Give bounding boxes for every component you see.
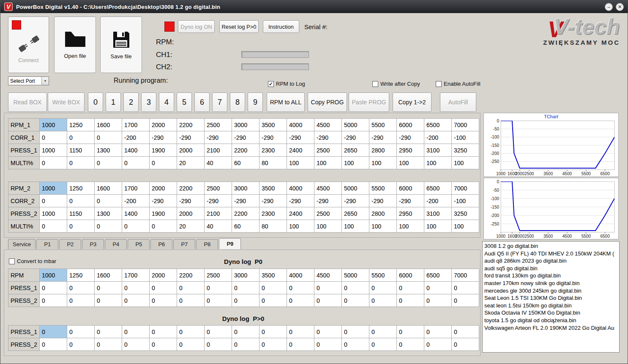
table-cell[interactable]: 1150 [67,207,95,220]
file-list-item[interactable]: Audi Q5 II (FY FL) 40 TDI MHEV 2.0 150kW… [484,250,617,258]
tab-p2[interactable]: P2 [59,239,81,249]
table-cell[interactable]: 7000 [452,182,479,195]
table-cell[interactable]: -290 [205,131,232,144]
table-cell[interactable]: 100 [397,220,424,233]
table-cell[interactable]: 5000 [342,269,369,282]
table-cell[interactable]: 0 [342,326,369,338]
table-cell[interactable]: 0 [259,338,287,351]
table-cell[interactable]: 5000 [342,119,369,131]
table-cell[interactable]: 20 [177,220,205,233]
table-cell[interactable]: 0 [232,282,259,294]
table-cell[interactable]: 2000 [177,144,205,157]
table-cell[interactable]: 2000 [150,119,177,131]
file-list-item[interactable]: Volkswagen Arteon FL 2.0 190KM 2022 Go D… [484,324,617,332]
reset-log-button[interactable]: Reset log P>0 [219,20,259,33]
file-list-item[interactable]: 3008 1.2 go digital.bin [484,242,617,250]
table-cell[interactable]: -290 [150,195,177,207]
table-cell[interactable]: 3500 [259,182,287,195]
table-cell[interactable]: 0 [287,294,314,307]
table-cell[interactable]: 1700 [122,182,150,195]
table-cell[interactable]: 1400 [122,207,150,220]
table-cell[interactable]: 2200 [177,269,205,282]
table-cell[interactable]: 2500 [205,119,232,131]
enable-autofill-checkbox[interactable] [436,81,442,87]
table-cell[interactable]: 0 [232,294,259,307]
table-cell[interactable]: 0 [95,338,122,351]
table-cell[interactable]: 0 [150,157,177,169]
table-cell[interactable]: 80 [259,220,287,233]
table-cell[interactable]: 2800 [369,207,397,220]
table-cell[interactable]: 0 [122,326,150,338]
tab-p9[interactable]: P9 [219,238,241,249]
table-cell[interactable]: 0 [452,294,479,307]
table-cell[interactable]: 1600 [95,269,122,282]
program-button-7[interactable]: 7 [212,92,227,112]
table-cell[interactable]: -290 [259,195,287,207]
port-select[interactable]: Select Port ▼ [8,76,49,85]
table-cell[interactable]: 5500 [369,269,397,282]
table-cell[interactable]: 0 [67,338,95,351]
table-cell[interactable]: 0 [122,282,150,294]
table-cell[interactable]: 0 [40,294,67,307]
table-cell[interactable]: 1400 [122,144,150,157]
table-cell[interactable]: 0 [259,326,287,338]
table-cell[interactable]: 2200 [177,182,205,195]
minimize-button[interactable]: – [605,3,613,11]
read-box-button[interactable]: Read BOX [8,92,47,112]
table-cell[interactable]: 2950 [397,144,424,157]
table-cell[interactable]: 100 [342,157,369,169]
chevron-down-icon[interactable]: ▼ [41,77,49,85]
table-cell[interactable]: 100 [397,157,424,169]
table-cell[interactable]: 0 [40,220,67,233]
tab-p1[interactable]: P1 [36,239,58,249]
rpm-to-all-button[interactable]: RPM to ALL [267,92,305,112]
table-cell[interactable]: 3500 [259,269,287,282]
table-cell[interactable]: 0 [40,157,67,169]
table-cell[interactable]: 100 [314,220,342,233]
connect-button[interactable]: Connect [8,16,49,73]
table-cell[interactable]: -200 [424,195,452,207]
close-button[interactable]: ✕ [616,3,624,11]
table-cell[interactable]: 6000 [397,119,424,131]
table-cell[interactable]: -200 [122,195,150,207]
table-cell[interactable]: 5500 [369,119,397,131]
table-cell[interactable]: 100 [424,220,452,233]
program-button-5[interactable]: 5 [177,92,192,112]
table-cell[interactable]: 2500 [314,207,342,220]
table-cell[interactable]: 0 [369,294,397,307]
table-cell[interactable]: 0 [232,338,259,351]
table-cell[interactable]: 0 [314,326,342,338]
table-cell[interactable]: 6000 [397,182,424,195]
table-cell[interactable]: 3000 [232,269,259,282]
table-cell[interactable]: 0 [95,131,122,144]
table-cell[interactable]: 0 [397,294,424,307]
table-cell[interactable]: -100 [452,195,479,207]
table-cell[interactable]: 0 [122,294,150,307]
table-cell[interactable]: 1000 [40,119,67,131]
table-cell[interactable]: 7000 [452,119,479,131]
table-cell[interactable]: 0 [40,195,67,207]
table-cell[interactable]: -290 [314,131,342,144]
table-cell[interactable]: 0 [452,282,479,294]
tab-p4[interactable]: P4 [105,239,127,249]
table-cell[interactable]: -290 [342,195,369,207]
table-cell[interactable]: -290 [150,131,177,144]
table-cell[interactable]: 0 [40,282,67,294]
table-cell[interactable]: 0 [369,282,397,294]
file-list-item[interactable]: ford transit 130km go digital.bin [484,272,617,280]
table-cell[interactable]: 3100 [424,144,452,157]
table-cell[interactable]: 0 [150,220,177,233]
table-cell[interactable]: 1250 [67,182,95,195]
table-cell[interactable]: 1900 [150,144,177,157]
table-cell[interactable]: 0 [424,294,452,307]
table-cell[interactable]: 2950 [397,207,424,220]
save-file-button[interactable]: Save file [100,16,142,73]
table-cell[interactable]: 4500 [314,119,342,131]
table-cell[interactable]: 0 [67,294,95,307]
table-cell[interactable]: 2400 [287,144,314,157]
table-cell[interactable]: 1000 [40,182,67,195]
table-cell[interactable]: 0 [95,220,122,233]
table-cell[interactable]: 0 [67,157,95,169]
table-cell[interactable]: 1300 [95,207,122,220]
table-cell[interactable]: 0 [232,326,259,338]
